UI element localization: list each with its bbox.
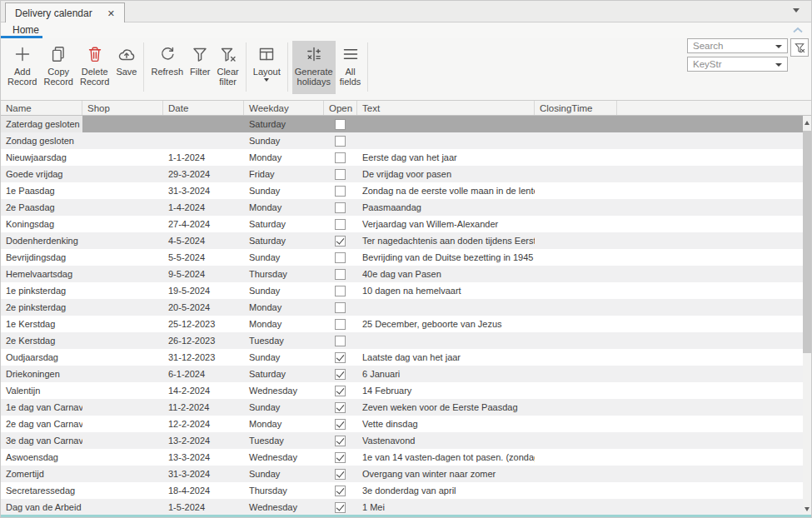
scrollbar-track[interactable]: [803, 129, 811, 502]
checkbox-unchecked[interactable]: [335, 319, 346, 330]
checkbox-unchecked[interactable]: [335, 169, 346, 180]
column-header-closing[interactable]: ClosingTime: [535, 101, 617, 115]
column-header-date[interactable]: Date: [163, 101, 244, 115]
table-row[interactable]: Nieuwjaarsdag1-1-2024MondayEerste dag va…: [1, 149, 811, 166]
checkbox-unchecked[interactable]: [335, 336, 346, 346]
chevron-up-icon[interactable]: [791, 24, 805, 36]
table-row[interactable]: 1e pinksterdag19-5-2024Sunday10 dagen na…: [1, 282, 811, 299]
tab-home[interactable]: Home: [12, 24, 39, 36]
table-row[interactable]: 2e pinksterdag20-5-2024Monday: [1, 299, 811, 316]
table-row[interactable]: Zondag geslotenSunday: [1, 132, 811, 149]
cell-closing: [535, 166, 617, 182]
checkbox-checked[interactable]: [335, 502, 346, 513]
cell-text: Valentijn: [6, 386, 40, 396]
cell-text: Sunday: [249, 286, 280, 296]
checkbox-checked[interactable]: [335, 402, 346, 413]
close-icon[interactable]: ✕: [107, 8, 115, 19]
search-filter-button[interactable]: [790, 38, 809, 57]
checkbox-unchecked[interactable]: [335, 186, 346, 197]
checkbox-checked[interactable]: [335, 419, 346, 430]
checkbox-unchecked[interactable]: [335, 202, 346, 213]
checkbox-unchecked[interactable]: [335, 302, 346, 313]
cell-weekday: Monday: [244, 416, 324, 432]
checkbox-checked[interactable]: [335, 486, 346, 496]
layout-button[interactable]: Layout: [251, 41, 283, 94]
column-header-shop[interactable]: Shop: [82, 101, 163, 115]
checkbox-unchecked[interactable]: [335, 119, 346, 130]
window-menu-dropdown-icon[interactable]: [793, 8, 800, 12]
document-tab[interactable]: Delivery calendar ✕: [5, 2, 125, 23]
table-row[interactable]: Zomertijd31-3-2024SundayOvergang van win…: [1, 466, 811, 482]
copy-record-button[interactable]: CopyRecord: [41, 41, 75, 94]
table-row[interactable]: Aswoensdag13-3-2024Wednesday1e van 14 va…: [1, 449, 811, 466]
cell-filler: [617, 316, 811, 332]
scroll-down-button[interactable]: [803, 502, 811, 516]
cell-closing: [535, 432, 617, 449]
cell-text: Sunday: [249, 469, 280, 479]
checkbox-checked[interactable]: [335, 436, 346, 446]
table-row[interactable]: Dodenherdenking4-5-2024SaturdayTer naged…: [1, 232, 811, 249]
add-record-button[interactable]: AddRecord: [5, 41, 39, 94]
checkbox-checked[interactable]: [335, 469, 346, 480]
table-row[interactable]: 1e Kerstdag25-12-2023Monday25 December, …: [1, 316, 811, 332]
table-row[interactable]: 2e Paasdag1-4-2024MondayPaasmaandag: [1, 199, 811, 216]
table-row[interactable]: 2e dag van Carnaval12-2-2024MondayVette …: [1, 416, 811, 432]
cell-text: 1e Paasdag: [6, 186, 55, 196]
column-header-text[interactable]: Text: [357, 101, 535, 115]
table-row[interactable]: Koningsdag27-4-2024SaturdayVerjaardag va…: [1, 216, 811, 232]
table-row[interactable]: Valentijn14-2-2024Wednesday14 February: [1, 382, 811, 399]
app-window: Delivery calendar ✕ Home AddRecordCopyRe…: [0, 0, 812, 518]
table-row[interactable]: Hemelvaartsdag9-5-2024Thursday40e dag va…: [1, 266, 811, 282]
chevron-down-icon[interactable]: [775, 45, 782, 48]
keystr-combobox[interactable]: KeyStr: [687, 57, 788, 72]
checkbox-unchecked[interactable]: [335, 152, 346, 163]
clear-filter-button[interactable]: Clearfilter: [214, 41, 241, 94]
cell-name: 2e dag van Carnaval: [1, 416, 82, 432]
table-row[interactable]: 1e Paasdag31-3-2024SundayZondag na de ee…: [1, 182, 811, 199]
cell-closing: [535, 349, 617, 366]
delete-record-button[interactable]: DeleteRecord: [77, 41, 112, 94]
cell-open: [324, 466, 357, 482]
checkbox-checked[interactable]: [335, 369, 346, 380]
all-fields-button[interactable]: Allfields: [337, 41, 364, 94]
chevron-down-icon[interactable]: [775, 63, 782, 67]
column-header-weekday[interactable]: Weekday: [244, 101, 324, 115]
table-row[interactable]: Dag van de Arbeid1-5-2024Wednesday1 Mei: [1, 499, 811, 516]
vertical-scrollbar[interactable]: [803, 116, 811, 516]
checkbox-unchecked[interactable]: [335, 286, 346, 296]
table-row[interactable]: 1e dag van Carnaval11-2-2024SundayZeven …: [1, 399, 811, 416]
checkbox-unchecked[interactable]: [335, 269, 346, 280]
cell-closing: [535, 449, 617, 466]
cell-name: Nieuwjaarsdag: [1, 149, 82, 166]
table-row[interactable]: 2e Kerstdag26-12-2023Tuesday: [1, 332, 811, 349]
table-row[interactable]: Secretaressedag18-4-2024Thursday3e donde…: [1, 482, 811, 499]
search-combobox[interactable]: Search: [687, 38, 788, 53]
checkbox-unchecked[interactable]: [335, 252, 346, 263]
refresh-button[interactable]: Refresh: [148, 41, 186, 94]
generate-holidays-button[interactable]: Generateholidays: [292, 41, 336, 94]
table-row[interactable]: Bevrijdingsdag5-5-2024SundayBevrijding v…: [1, 249, 811, 266]
column-header-open[interactable]: Open: [324, 101, 357, 115]
checkbox-checked[interactable]: [335, 452, 346, 463]
refresh-label: Refresh: [151, 67, 183, 77]
cell-text: 1e pinksterdag: [6, 286, 66, 296]
scroll-up-button[interactable]: [803, 116, 811, 129]
scrollbar-thumb[interactable]: [803, 131, 811, 353]
toolbar-group-separator: [367, 42, 368, 92]
table-row[interactable]: 3e dag van Carnaval13-2-2024TuesdayVaste…: [1, 432, 811, 449]
cell-filler: [617, 199, 811, 216]
checkbox-checked[interactable]: [335, 352, 346, 363]
filter-button[interactable]: Filter: [187, 41, 212, 94]
checkbox-unchecked[interactable]: [335, 219, 346, 230]
table-row[interactable]: Oudjaarsdag31-12-2023SundayLaatste dag v…: [1, 349, 811, 366]
checkbox-unchecked[interactable]: [335, 136, 346, 147]
cell-name: Valentijn: [1, 382, 82, 399]
checkbox-checked[interactable]: [335, 236, 346, 247]
column-header-name[interactable]: Name: [1, 101, 82, 115]
table-row[interactable]: Zaterdag geslotenSaturday: [1, 116, 811, 132]
cell-closing: [535, 416, 617, 432]
checkbox-checked[interactable]: [335, 386, 346, 396]
save-button[interactable]: Save: [113, 41, 139, 94]
table-row[interactable]: Goede vrijdag29-3-2024FridayDe vrijdag v…: [1, 166, 811, 182]
table-row[interactable]: Driekoningen6-1-2024Saturday6 Januari: [1, 366, 811, 382]
